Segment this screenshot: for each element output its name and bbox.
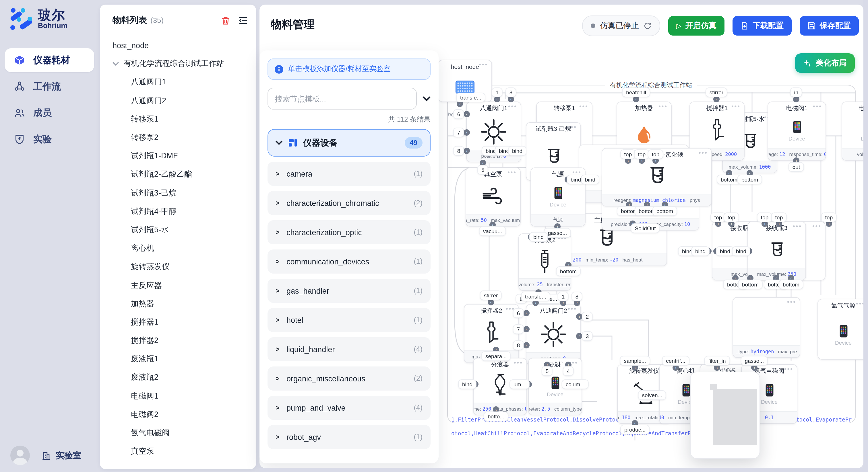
node-menu-icon[interactable]: ••• [787, 298, 796, 305]
refresh-icon[interactable] [644, 22, 652, 30]
port-handle-icon[interactable]: ‹ [523, 326, 530, 332]
trash-icon[interactable] [221, 16, 230, 25]
node-menu-icon[interactable]: ••• [568, 305, 577, 312]
node-menu-icon[interactable]: ••• [699, 149, 708, 156]
chevron-down-icon[interactable] [423, 96, 431, 101]
node-menu-icon[interactable]: ••• [579, 103, 588, 109]
port-handle-icon[interactable]: ‹ [793, 96, 799, 102]
port-handle-icon[interactable]: ‹ [576, 313, 582, 320]
canvas-node-八通阀门2[interactable]: 八通阀门2•••positions: 8 [526, 304, 581, 365]
sidebar-item-workflow[interactable]: 工作流 [5, 74, 94, 99]
sidebar-item-experiments[interactable]: 实验 [5, 127, 94, 151]
tree-item[interactable]: 主反应器 [100, 276, 256, 295]
port-handle-icon[interactable]: ‹ [713, 96, 720, 102]
port-handle-icon[interactable]: ‹ [576, 333, 582, 339]
tree-item[interactable]: 电磁阀2 [100, 405, 256, 424]
category-group-equipment[interactable]: 仪器设备 49 [268, 129, 431, 157]
sidebar-item-lab[interactable]: 实验室 [41, 450, 82, 461]
node-menu-icon[interactable]: ••• [508, 103, 517, 109]
port-handle-icon[interactable]: ‹ [633, 96, 639, 102]
chevron-down-icon[interactable] [113, 62, 119, 66]
tree-item[interactable]: 转移泵2 [100, 129, 256, 147]
tree-item[interactable]: 试剂瓶4-甲醇 [100, 202, 256, 221]
port-handle-icon[interactable]: ‹ [632, 365, 638, 371]
category-row-communication_devices[interactable]: >communication_devices(1) [268, 249, 431, 274]
category-row-organic_miscellaneous[interactable]: >organic_miscellaneous(2) [268, 367, 431, 391]
canvas-node-转移泵2[interactable]: 转移泵2•••max_volume: 25transfer_rate: 10 [518, 233, 571, 291]
port-handle-icon[interactable]: ‹ [464, 111, 470, 117]
canvas-node-电磁阀1[interactable]: 电磁阀1•••Devicevoltage: 12response_time: 0… [768, 102, 826, 161]
tree-item[interactable]: 转移泵1 [100, 110, 256, 129]
category-row-characterization_chromatic[interactable]: >characterization_chromatic(2) [268, 191, 431, 215]
port-handle-icon[interactable]: ‹ [714, 365, 720, 371]
node-menu-icon[interactable]: ••• [514, 359, 523, 366]
beautify-layout-button[interactable]: 美化布局 [795, 53, 855, 73]
node-menu-icon[interactable]: ••• [479, 61, 488, 68]
tree-item[interactable]: 废液瓶2 [100, 369, 256, 387]
collapse-list-icon[interactable] [238, 16, 248, 25]
category-row-pump_and_valve[interactable]: >pump_and_valve(4) [268, 396, 431, 420]
canvas-node-接收瓶3[interactable]: 接收瓶3•••max_volume: 250 [747, 222, 806, 280]
category-row-camera[interactable]: >camera(1) [268, 162, 431, 186]
port-handle-icon[interactable]: ‹ [508, 96, 514, 102]
port-handle-icon[interactable]: ‹ [479, 160, 486, 166]
node-menu-icon[interactable]: ••• [732, 103, 741, 109]
port-handle-icon[interactable]: ‹ [494, 96, 500, 102]
node-menu-icon[interactable]: ••• [813, 103, 822, 109]
tree-item[interactable]: host_node [100, 36, 256, 55]
tree-item[interactable]: 氢气电磁阀 [100, 424, 256, 442]
search-input[interactable] [268, 88, 417, 109]
category-row-characterization_optic[interactable]: >characterization_optic(1) [268, 220, 431, 244]
user-avatar[interactable] [10, 446, 30, 465]
beautify-label: 美化布局 [816, 58, 847, 68]
port-handle-icon[interactable]: ‹ [464, 129, 470, 136]
node-menu-icon[interactable]: ••• [812, 223, 822, 229]
tree-item[interactable]: 废液瓶1 [100, 350, 256, 368]
vertical-scrollbar[interactable] [863, 0, 868, 472]
tree-item[interactable]: 试剂瓶3-己烷 [100, 184, 256, 202]
tree-item[interactable]: 八通阀门2 [100, 92, 256, 110]
tree-item[interactable]: 加热器 [100, 295, 256, 313]
brand-logo[interactable]: 玻尔 Bohrium [9, 7, 67, 31]
tree-item[interactable]: 旋转蒸发仪 [100, 258, 256, 276]
simulation-status-pill[interactable]: 仿真已停止 [582, 15, 660, 36]
canvas-node-氢气气源[interactable]: 氢气气源•••Device [817, 299, 868, 360]
node-menu-icon[interactable]: ••• [658, 103, 668, 109]
tree-item[interactable]: 真空泵 [100, 442, 256, 461]
tree-item[interactable]: 试剂瓶1-DMF [100, 147, 256, 165]
canvas-node-真空泵[interactable]: 真空泵•••pump_rate: 50max_vacuum: 0.1 [466, 167, 521, 227]
tree-item[interactable]: 搅拌器2 [100, 332, 256, 350]
category-row-liquid_handler[interactable]: >liquid_handler(4) [268, 337, 431, 361]
node-menu-icon[interactable]: ••• [568, 123, 577, 130]
tree-item[interactable]: 电磁阀1 [100, 387, 256, 405]
download-config-button[interactable]: 下载配置 [733, 16, 792, 36]
port-label-1: 1 [492, 88, 502, 97]
port-handle-icon[interactable]: ‹ [523, 310, 530, 316]
category-row-robot_agv[interactable]: >robot_agv(1) [268, 425, 431, 449]
port-handle-icon[interactable]: ‹ [751, 365, 757, 371]
node-menu-icon[interactable]: ••• [793, 223, 802, 229]
port-handle-icon[interactable]: ‹ [464, 148, 470, 154]
port-handle-icon[interactable]: ‹ [493, 406, 499, 413]
tree-item[interactable]: 有机化学流程综合测试工作站 [100, 55, 256, 73]
node-menu-icon[interactable]: ••• [572, 169, 582, 175]
horizontal-scrollbar[interactable] [259, 468, 863, 472]
tree-item[interactable]: 试剂瓶2-乙酸乙酯 [100, 165, 256, 184]
node-menu-icon[interactable]: ••• [507, 169, 517, 175]
category-row-gas_handler[interactable]: >gas_handler(1) [268, 279, 431, 303]
sidebar-item-members[interactable]: 成员 [5, 101, 94, 125]
port-handle-icon[interactable]: ‹ [488, 299, 494, 305]
tree-item[interactable]: 搅拌器1 [100, 313, 256, 332]
tree-item[interactable]: 八通阀门1 [100, 73, 256, 92]
port-handle-icon[interactable]: ‹ [523, 342, 530, 348]
tree-item[interactable]: 离心机 [100, 239, 256, 258]
canvas-node-blank-20[interactable]: •••_type: hydrogenmax_pre [733, 297, 800, 358]
start-simulation-button[interactable]: ▷ 开启仿真 [668, 16, 724, 36]
save-config-button[interactable]: 保存配置 [800, 16, 859, 36]
port-label-bind: bind [582, 175, 599, 184]
tree-item[interactable]: 试剂瓶5-水 [100, 221, 256, 239]
port-handle-icon[interactable]: ‹ [673, 365, 679, 371]
node-menu-icon[interactable]: ••• [784, 365, 794, 372]
sidebar-item-instruments[interactable]: 仪器耗材 [5, 48, 94, 72]
category-row-hotel[interactable]: >hotel(1) [268, 308, 431, 332]
